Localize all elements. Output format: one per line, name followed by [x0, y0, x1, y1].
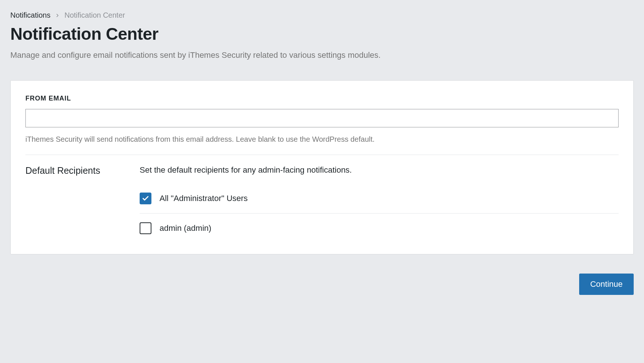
recipient-row: admin (admin) [140, 216, 619, 241]
page-description: Manage and configure email notifications… [10, 50, 634, 61]
breadcrumb-root[interactable]: Notifications [10, 11, 50, 20]
recipient-row: All "Administrator" Users [140, 186, 619, 211]
recipient-label[interactable]: All "Administrator" Users [160, 194, 248, 203]
divider [140, 213, 619, 214]
from-email-input[interactable] [25, 109, 619, 127]
page-title: Notification Center [10, 24, 634, 44]
from-email-help: iThemes Security will send notifications… [25, 134, 619, 144]
default-recipients-label: Default Recipients [25, 165, 122, 241]
default-recipients-section: Default Recipients Set the default recip… [25, 155, 619, 241]
default-recipients-description: Set the default recipients for any admin… [140, 165, 619, 175]
from-email-label: FROM EMAIL [25, 95, 619, 102]
footer: Continue [10, 274, 634, 295]
recipient-label[interactable]: admin (admin) [160, 223, 211, 233]
recipient-checkbox-admin[interactable] [140, 222, 151, 234]
breadcrumb: Notifications Notification Center [10, 11, 634, 20]
settings-card: FROM EMAIL iThemes Security will send no… [10, 80, 634, 254]
breadcrumb-current: Notification Center [64, 11, 125, 20]
chevron-right-icon [55, 13, 60, 18]
recipient-checkbox-all-admin[interactable] [140, 193, 151, 204]
continue-button[interactable]: Continue [579, 274, 634, 295]
